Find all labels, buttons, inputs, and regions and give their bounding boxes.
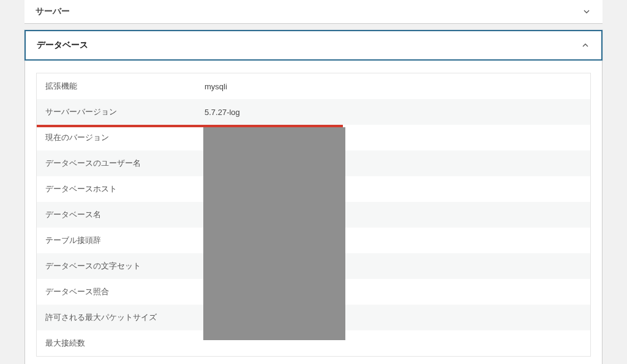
row-value: mysqli [205,82,227,91]
row-value: 5.7.27-log [205,108,240,117]
table-row: サーバーバージョン 5.7.27-log [37,99,590,125]
server-title: サーバー [36,6,70,17]
row-label: 最大接続数 [45,338,205,349]
row-label: サーバーバージョン [45,106,205,117]
database-title: データベース [37,40,88,51]
row-label: 拡張機能 [45,81,205,92]
database-panel: 拡張機能 mysqli サーバーバージョン 5.7.27-log 現在のバージョ… [24,61,603,364]
row-label: 許可される最大パケットサイズ [45,312,205,323]
row-label: データベースホスト [45,184,205,195]
accordion-header-database[interactable]: データベース [24,30,603,61]
accordion-header-server[interactable]: サーバー [24,0,603,24]
table-row: 拡張機能 mysqli [37,73,590,99]
chevron-down-icon [582,7,591,17]
row-label: データベース照合 [45,286,205,297]
row-label: 現在のバージョン [45,132,205,143]
redaction-overlay [203,127,345,340]
row-label: データベース名 [45,209,205,220]
chevron-up-icon [580,40,590,50]
row-label: テーブル接頭辞 [45,235,205,246]
row-label: データベースのユーザー名 [45,158,205,169]
row-label: データベースの文字セット [45,261,205,272]
database-table: 拡張機能 mysqli サーバーバージョン 5.7.27-log 現在のバージョ… [36,73,591,357]
